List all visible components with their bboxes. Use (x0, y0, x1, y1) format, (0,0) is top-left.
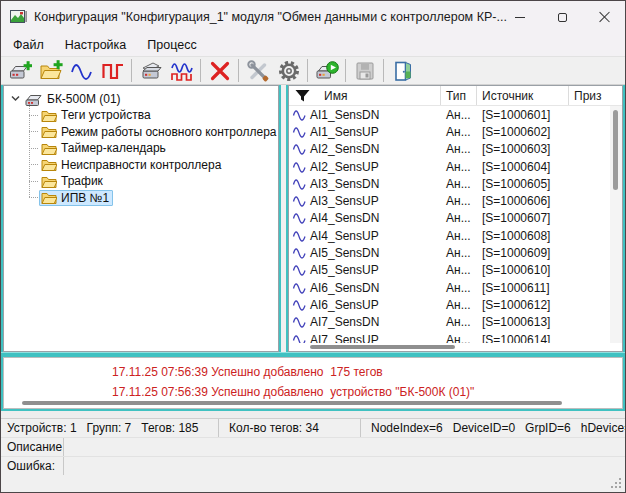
analog-tag-icon (292, 177, 308, 191)
device-properties-button[interactable] (135, 57, 166, 84)
log-horizontal-scrollbar[interactable] (6, 400, 620, 406)
multi-wave-icon (170, 59, 194, 83)
tag-type: Ан... (441, 263, 477, 277)
tag-source: [S=1000611] (477, 281, 569, 295)
tag-count-text: Кол-во тегов: 34 (229, 421, 319, 435)
tag-type: Ан... (441, 229, 477, 243)
status-cell-tag-count: Кол-во тегов: 34 (219, 419, 361, 437)
add-device-button[interactable] (4, 57, 35, 84)
tag-name: AI4_SensDN (310, 211, 379, 225)
tools-button[interactable] (242, 57, 273, 84)
folder-icon (41, 142, 57, 155)
table-row[interactable]: AI4_SensDN Ан... [S=1000607] (289, 210, 610, 227)
table-row[interactable]: AI7_SensDN Ан... [S=1000613] (289, 314, 610, 331)
tag-type: Ан... (441, 281, 477, 295)
column-label-name: Имя (324, 89, 347, 103)
table-row[interactable]: AI3_SensDN Ан... [S=1000605] (289, 175, 610, 192)
maximize-button[interactable] (541, 1, 583, 33)
settings-button[interactable] (273, 57, 304, 84)
tag-type: Ан... (441, 177, 477, 191)
tree-item[interactable]: Таймер-календарь (4, 140, 278, 157)
analog-tag-icon (292, 263, 308, 277)
tree-item-label: Теги устройства (61, 108, 151, 122)
menu-item[interactable]: Файл (13, 38, 44, 52)
log-lines: 17.11.25 07:56:39 Успешно добавлено 175 … (4, 358, 622, 402)
add-multiple-tags-button[interactable] (166, 57, 197, 84)
tree-item[interactable]: Теги устройства (4, 107, 278, 124)
tree-root-node[interactable]: БК-500М (01) (4, 90, 278, 107)
table-row[interactable]: AI2_SensUP Ан... [S=1000604] (289, 158, 610, 175)
analog-tag-icon (292, 125, 308, 139)
column-label-source: Источник (482, 89, 533, 103)
column-header-flag[interactable]: Приз (569, 86, 622, 105)
vertical-splitter[interactable] (279, 85, 288, 352)
close-button[interactable] (583, 1, 625, 33)
table-row[interactable]: AI1_SensDN Ан... [S=1000601] (289, 106, 610, 123)
add-analog-tag-button[interactable] (66, 57, 97, 84)
save-floppy-icon (353, 59, 377, 83)
tag-name: AI6_SensUP (310, 298, 379, 312)
description-value-cell (64, 438, 625, 456)
add-discrete-tag-button[interactable] (97, 57, 128, 84)
tree-item[interactable]: Неисправности контроллера (4, 157, 278, 174)
tag-source: [S=1000601] (477, 108, 569, 122)
tree-item-label: Неисправности контроллера (61, 158, 221, 172)
menu-item[interactable]: Настройка (65, 38, 127, 52)
tree-item[interactable]: Режим работы основного контроллера (4, 124, 278, 141)
toolbar-separator (345, 59, 346, 82)
tree-item-label: ИПВ №1 (61, 191, 109, 205)
horizontal-scrollbar-thumb[interactable] (310, 345, 455, 349)
tree-root-label: БК-500М (01) (47, 92, 121, 106)
menu-item[interactable]: Процесс (147, 38, 196, 52)
table-row[interactable]: AI6_SensDN Ан... [S=1000611] (289, 279, 610, 296)
counts-text: Устройств: 1 Групп: 7 Тегов: 185 (7, 421, 198, 435)
table-row[interactable]: AI6_SensUP Ан... [S=1000612] (289, 296, 610, 313)
analog-wave-icon (70, 59, 94, 83)
column-header-name[interactable]: Имя (289, 86, 441, 105)
tree-connector (29, 164, 38, 165)
add-group-icon (39, 59, 63, 83)
tag-name: AI4_SensUP (310, 229, 379, 243)
discrete-wave-icon (101, 59, 125, 83)
table-row[interactable]: AI1_SensUP Ан... [S=1000602] (289, 123, 610, 140)
start-process-button[interactable] (311, 57, 342, 84)
app-icon (10, 10, 27, 24)
tag-source: [S=1000609] (477, 246, 569, 260)
tree-item[interactable]: ИПВ №1 (4, 190, 278, 207)
minimize-button[interactable] (499, 1, 541, 33)
save-button[interactable] (349, 57, 380, 84)
resize-grip-icon[interactable] (619, 486, 621, 488)
tag-name: AI5_SensUP (310, 263, 379, 277)
table-row[interactable]: AI7_SensUP Ан... [S=1000614] (289, 331, 610, 343)
table-horizontal-scrollbar[interactable] (289, 343, 610, 351)
chevron-down-icon[interactable] (9, 92, 22, 105)
tree-item-label: Таймер-календарь (61, 141, 166, 155)
table-vertical-scrollbar[interactable] (610, 106, 622, 343)
delete-button[interactable] (204, 57, 235, 84)
table-row[interactable]: AI2_SensDN Ан... [S=1000603] (289, 141, 610, 158)
log-scrollbar-thumb[interactable] (22, 401, 562, 405)
toolbar-separator (238, 59, 239, 82)
analog-tag-icon (292, 142, 308, 156)
vertical-scrollbar-thumb[interactable] (613, 110, 618, 190)
analog-tag-icon (292, 315, 308, 329)
column-header-type[interactable]: Тип (441, 86, 477, 105)
folder-icon (41, 109, 57, 122)
toolbar-separator (383, 59, 384, 82)
filter-funnel-icon[interactable] (294, 88, 311, 103)
table-row[interactable]: AI3_SensUP Ан... [S=1000606] (289, 192, 610, 209)
table-body: AI1_SensDN Ан... [S=1000601] AI1_SensUP (289, 106, 610, 343)
log-panel: 17.11.25 07:56:39 Успешно добавлено 175 … (3, 357, 623, 409)
add-group-button[interactable] (35, 57, 66, 84)
table-row[interactable]: AI5_SensDN Ан... [S=1000609] (289, 244, 610, 261)
table-row[interactable]: AI4_SensUP Ан... [S=1000608] (289, 227, 610, 244)
column-header-source[interactable]: Источник (477, 86, 569, 105)
error-label-cell: Ошибка: (1, 457, 64, 475)
tag-name: AI3_SensUP (310, 194, 379, 208)
tree-connector (29, 181, 38, 182)
tree-item[interactable]: Трафик (4, 173, 278, 190)
delete-x-icon (208, 59, 232, 83)
app-window: Конфигурация "Конфигурация_1" модуля "Об… (0, 0, 626, 493)
table-row[interactable]: AI5_SensUP Ан... [S=1000610] (289, 262, 610, 279)
exit-button[interactable] (387, 57, 418, 84)
